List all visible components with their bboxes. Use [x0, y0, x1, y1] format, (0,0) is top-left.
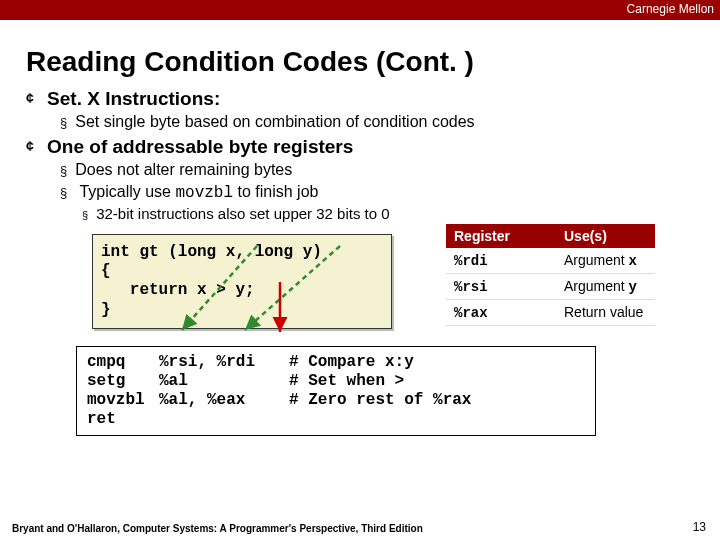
asm-code-box: cmpq%rsi, %rdi# Compare x:y setg%al# Set…: [76, 346, 596, 436]
reg-cell: %rax: [446, 300, 556, 326]
asm-row: setg%al# Set when >: [87, 372, 585, 391]
reg-subsub1: 32-bit instructions also set upper 32 bi…: [82, 205, 700, 222]
table-row: %rax Return value: [446, 300, 655, 326]
asm-comment: # Compare x:y: [289, 353, 414, 372]
table-row: %rsi Argument y: [446, 274, 655, 300]
reg-cell: %rdi: [446, 248, 556, 274]
bullet-setx-text: Set. X Instructions:: [47, 88, 220, 109]
asm-row: cmpq%rsi, %rdi# Compare x:y: [87, 353, 585, 372]
table-row: %rdi Argument x: [446, 248, 655, 274]
use-cell: Argument x: [556, 248, 655, 274]
register-table: Register Use(s) %rdi Argument x %rsi Arg…: [446, 224, 655, 326]
asm-op: ret: [87, 410, 159, 429]
use-cell: Argument y: [556, 274, 655, 300]
setx-sublist: Set single byte based on combination of …: [60, 112, 700, 132]
use-pre: Return value: [564, 304, 643, 320]
asm-op: cmpq: [87, 353, 159, 372]
asm-args: %al: [159, 372, 289, 391]
asm-row: ret: [87, 410, 585, 429]
asm-row: movzbl%al, %eax# Zero rest of %rax: [87, 391, 585, 410]
asm-args: %al, %eax: [159, 391, 289, 410]
asm-comment: # Set when >: [289, 372, 404, 391]
register-table-h1: Use(s): [556, 224, 655, 248]
bullet-list: Set. X Instructions: Set single byte bas…: [26, 88, 700, 222]
bullet-setx: Set. X Instructions: Set single byte bas…: [26, 88, 700, 132]
bullet-registers-text: One of addressable byte registers: [47, 136, 353, 157]
slide-body: Reading Condition Codes (Cont. ) Set. X …: [0, 20, 720, 222]
use-code: y: [629, 279, 637, 295]
register-table-h0: Register: [446, 224, 556, 248]
use-code: x: [629, 253, 637, 269]
page-number: 13: [693, 520, 706, 534]
register-table-header-row: Register Use(s): [446, 224, 655, 248]
c-code-box: int gt (long x, long y) { return x > y; …: [92, 234, 392, 329]
reg-cell: %rsi: [446, 274, 556, 300]
header-bar: Carnegie Mellon: [0, 0, 720, 20]
registers-subsublist: 32-bit instructions also set upper 32 bi…: [82, 205, 700, 222]
brand-text: Carnegie Mellon: [627, 2, 714, 16]
asm-op: setg: [87, 372, 159, 391]
reg-sub1: Does not alter remaining bytes: [60, 160, 700, 180]
reg-sub2-post: to finish job: [233, 183, 318, 200]
asm-op: movzbl: [87, 391, 159, 410]
asm-args: [159, 410, 289, 429]
setx-sub1: Set single byte based on combination of …: [60, 112, 700, 132]
use-pre: Argument: [564, 252, 629, 268]
reg-sub2-pre: Typically use: [79, 183, 175, 200]
bullet-registers: One of addressable byte registers Does n…: [26, 136, 700, 222]
reg-sub2-code: movzbl: [175, 184, 233, 202]
use-cell: Return value: [556, 300, 655, 326]
registers-sublist: Does not alter remaining bytes Typically…: [60, 160, 700, 203]
footer-citation: Bryant and O'Hallaron, Computer Systems:…: [12, 523, 423, 534]
asm-args: %rsi, %rdi: [159, 353, 289, 372]
use-pre: Argument: [564, 278, 629, 294]
slide-title: Reading Condition Codes (Cont. ): [26, 46, 700, 78]
asm-comment: # Zero rest of %rax: [289, 391, 471, 410]
reg-sub2: Typically use movzbl to finish job: [60, 182, 700, 203]
